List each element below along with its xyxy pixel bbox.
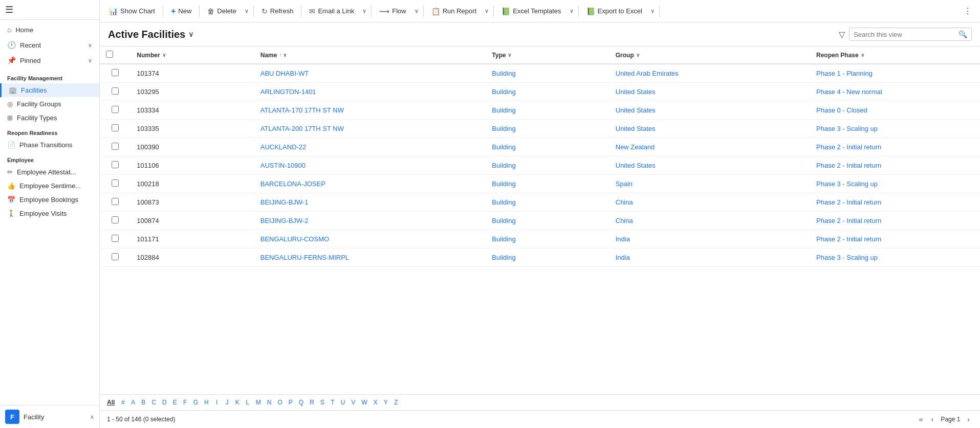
row-checkbox[interactable] [112, 179, 119, 187]
alpha-item-k[interactable]: K [232, 397, 243, 408]
email-link-button[interactable]: ✉ Email a Link [304, 5, 359, 18]
row-name[interactable]: ATLANTA-200 17TH ST NW [254, 120, 486, 138]
row-type[interactable]: Building [486, 175, 609, 193]
row-group[interactable]: United States [609, 83, 810, 101]
alpha-item-all[interactable]: All [104, 397, 118, 408]
row-checkbox[interactable] [112, 198, 119, 205]
row-reopen-phase[interactable]: Phase 2 - Initial return [810, 138, 980, 156]
row-group[interactable]: United States [609, 156, 810, 175]
row-checkbox[interactable] [112, 253, 119, 260]
prev-page-button[interactable]: ‹ [928, 414, 937, 425]
row-type[interactable]: Building [486, 120, 609, 138]
row-reopen-phase[interactable]: Phase 2 - Initial return [810, 230, 980, 249]
row-checkbox[interactable] [112, 69, 119, 76]
alpha-item-l[interactable]: L [243, 397, 253, 408]
alpha-item-u[interactable]: U [338, 397, 349, 408]
flow-button[interactable]: ⟿ Flow [374, 5, 411, 18]
sidebar-item-employee-senti[interactable]: 👍 Employee Sentime... [0, 179, 99, 193]
row-reopen-phase[interactable]: Phase 4 - New normal [810, 83, 980, 101]
row-reopen-phase[interactable]: Phase 2 - Initial return [810, 156, 980, 175]
row-reopen-phase[interactable]: Phase 0 - Closed [810, 101, 980, 120]
run-report-button[interactable]: 📋 Run Report [426, 5, 482, 18]
alpha-item-j[interactable]: J [222, 397, 232, 408]
row-name[interactable]: BEIJING-BJW-2 [254, 212, 486, 230]
row-type[interactable]: Building [486, 193, 609, 212]
sidebar-item-recent[interactable]: 🕐 Recent ∨ [0, 37, 99, 53]
row-type[interactable]: Building [486, 83, 609, 101]
row-checkbox[interactable] [112, 124, 119, 131]
row-group[interactable]: China [609, 193, 810, 212]
alpha-item-r[interactable]: R [307, 397, 317, 408]
row-group[interactable]: India [609, 230, 810, 249]
row-name[interactable]: BARCELONA-JOSEP [254, 175, 486, 193]
row-group[interactable]: New Zealand [609, 138, 810, 156]
alpha-item-s[interactable]: S [317, 397, 328, 408]
next-page-button[interactable]: › [964, 414, 973, 425]
name-column-header[interactable]: Name ↑ ∨ [254, 47, 486, 64]
sidebar-item-pinned[interactable]: 📌 Pinned ∨ [0, 53, 99, 68]
row-name[interactable]: ARLINGTON-1401 [254, 83, 486, 101]
alpha-item-g[interactable]: G [190, 397, 201, 408]
email-chevron[interactable]: ∨ [360, 5, 368, 17]
flow-chevron[interactable]: ∨ [412, 5, 421, 17]
alpha-item-x[interactable]: X [371, 397, 381, 408]
row-name[interactable]: BENGALURU-FERNS-MIRPL [254, 249, 486, 267]
row-name[interactable]: ABU DHABI-WT [254, 64, 486, 83]
alpha-item-m[interactable]: M [253, 397, 264, 408]
delete-chevron[interactable]: ∨ [243, 5, 251, 17]
row-name[interactable]: AUSTIN-10900 [254, 156, 486, 175]
type-column-header[interactable]: Type ∨ [486, 47, 609, 64]
row-checkbox[interactable] [112, 216, 119, 223]
search-input[interactable] [854, 31, 959, 38]
hamburger-icon[interactable]: ☰ [5, 5, 13, 15]
row-reopen-phase[interactable]: Phase 2 - Initial return [810, 193, 980, 212]
sidebar-item-employee-attest[interactable]: ✏ Employee Attestat... [0, 165, 99, 179]
alpha-item-i[interactable]: I [212, 397, 222, 408]
reopen-phase-column-header[interactable]: Reopen Phase ∨ [810, 47, 980, 64]
row-reopen-phase[interactable]: Phase 3 - Scaling up [810, 175, 980, 193]
row-reopen-phase[interactable]: Phase 2 - Initial return [810, 212, 980, 230]
alpha-item-v[interactable]: V [349, 397, 359, 408]
alpha-item-f[interactable]: F [180, 397, 190, 408]
refresh-button[interactable]: ↻ Refresh [256, 5, 299, 18]
sidebar-item-employee-bookings[interactable]: 📅 Employee Bookings [0, 193, 99, 207]
row-reopen-phase[interactable]: Phase 3 - Scaling up [810, 120, 980, 138]
alpha-item-d[interactable]: D [159, 397, 170, 408]
row-group[interactable]: Spain [609, 175, 810, 193]
excel-templates-chevron[interactable]: ∨ [568, 5, 576, 17]
view-title-chevron-icon[interactable]: ∨ [188, 30, 193, 38]
row-name[interactable]: ATLANTA-170 17TH ST NW [254, 101, 486, 120]
row-name[interactable]: BEIJING-BJW-1 [254, 193, 486, 212]
row-group[interactable]: United States [609, 101, 810, 120]
show-chart-button[interactable]: 📊 Show Chart [104, 5, 160, 18]
row-type[interactable]: Building [486, 156, 609, 175]
alpha-item-c[interactable]: C [148, 397, 159, 408]
excel-templates-button[interactable]: 📗 Excel Templates [496, 5, 566, 18]
row-group[interactable]: China [609, 212, 810, 230]
row-type[interactable]: Building [486, 101, 609, 120]
alpha-item-n[interactable]: N [264, 397, 275, 408]
export-excel-button[interactable]: 📗 Export to Excel [581, 5, 647, 18]
alpha-item-w[interactable]: W [359, 397, 371, 408]
row-name[interactable]: BENGALURU-COSMO [254, 230, 486, 249]
row-checkbox[interactable] [112, 161, 119, 168]
alpha-item-b[interactable]: B [138, 397, 148, 408]
alpha-item-e[interactable]: E [170, 397, 180, 408]
first-page-button[interactable]: « [916, 414, 926, 425]
delete-button[interactable]: 🗑 Delete [202, 5, 242, 18]
row-group[interactable]: United Arab Emirates [609, 64, 810, 83]
sidebar-item-facility-groups[interactable]: ◎ Facility Groups [0, 97, 99, 111]
row-group[interactable]: United States [609, 120, 810, 138]
group-column-header[interactable]: Group ∨ [609, 47, 810, 64]
row-checkbox[interactable] [112, 106, 119, 113]
row-reopen-phase[interactable]: Phase 3 - Scaling up [810, 249, 980, 267]
more-options-button[interactable]: ⋮ [960, 4, 976, 18]
row-type[interactable]: Building [486, 64, 609, 83]
alpha-item-p[interactable]: P [286, 397, 296, 408]
row-type[interactable]: Building [486, 230, 609, 249]
alpha-item-o[interactable]: O [274, 397, 285, 408]
sidebar-item-employee-visits[interactable]: 🚶 Employee Visits [0, 207, 99, 220]
alpha-item-t[interactable]: T [328, 397, 338, 408]
alpha-item-a[interactable]: A [128, 397, 138, 408]
row-type[interactable]: Building [486, 249, 609, 267]
